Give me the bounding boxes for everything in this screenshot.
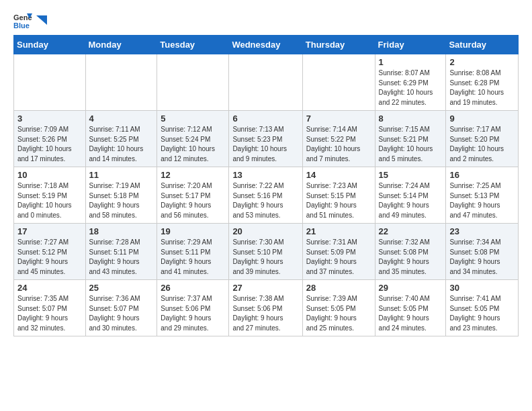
day-info: Sunrise: 7:39 AM Sunset: 5:05 PM Dayligh… [306,294,371,333]
day-number: 2 [449,57,515,67]
day-cell: 8Sunrise: 7:15 AM Sunset: 5:21 PM Daylig… [375,111,446,167]
weekday-header-wednesday: Wednesday [229,36,302,54]
day-cell [229,54,302,111]
day-cell: 17Sunrise: 7:27 AM Sunset: 5:12 PM Dayli… [14,224,86,280]
weekday-header-friday: Friday [375,36,446,54]
day-number: 28 [306,283,371,293]
day-cell: 25Sunrise: 7:36 AM Sunset: 5:07 PM Dayli… [85,280,157,336]
day-number: 19 [161,226,225,236]
day-number: 16 [449,170,515,180]
day-info: Sunrise: 7:25 AM Sunset: 5:13 PM Dayligh… [449,181,515,220]
page-header: General Blue [13,11,519,30]
day-cell: 9Sunrise: 7:17 AM Sunset: 5:20 PM Daylig… [446,111,519,167]
day-number: 17 [17,226,82,236]
day-cell [302,54,375,111]
day-info: Sunrise: 7:20 AM Sunset: 5:17 PM Dayligh… [161,181,225,220]
day-info: Sunrise: 7:17 AM Sunset: 5:20 PM Dayligh… [449,125,515,164]
day-cell: 20Sunrise: 7:30 AM Sunset: 5:10 PM Dayli… [229,224,302,280]
day-number: 21 [306,226,371,236]
day-info: Sunrise: 7:19 AM Sunset: 5:18 PM Dayligh… [89,181,154,220]
day-info: Sunrise: 7:38 AM Sunset: 5:06 PM Dayligh… [232,294,298,333]
week-row-4: 17Sunrise: 7:27 AM Sunset: 5:12 PM Dayli… [14,224,519,280]
svg-marker-3 [36,15,47,25]
day-cell: 28Sunrise: 7:39 AM Sunset: 5:05 PM Dayli… [302,280,375,336]
day-info: Sunrise: 7:24 AM Sunset: 5:14 PM Dayligh… [379,181,443,220]
weekday-header-tuesday: Tuesday [157,36,229,54]
day-cell: 10Sunrise: 7:18 AM Sunset: 5:19 PM Dayli… [14,167,86,224]
day-info: Sunrise: 7:11 AM Sunset: 5:25 PM Dayligh… [89,125,154,164]
day-info: Sunrise: 7:23 AM Sunset: 5:15 PM Dayligh… [306,181,371,220]
day-info: Sunrise: 7:34 AM Sunset: 5:08 PM Dayligh… [449,238,515,277]
weekday-header-thursday: Thursday [302,36,375,54]
calendar-table: SundayMondayTuesdayWednesdayThursdayFrid… [13,35,519,336]
day-number: 3 [17,113,82,124]
day-cell: 23Sunrise: 7:34 AM Sunset: 5:08 PM Dayli… [446,224,519,280]
day-number: 24 [17,283,82,293]
day-cell: 2Sunrise: 8:08 AM Sunset: 6:28 PM Daylig… [446,54,519,111]
day-number: 1 [379,57,443,67]
day-number: 23 [449,226,515,236]
day-info: Sunrise: 7:27 AM Sunset: 5:12 PM Dayligh… [17,238,82,277]
day-number: 29 [379,283,443,293]
day-cell: 5Sunrise: 7:12 AM Sunset: 5:24 PM Daylig… [157,111,229,167]
day-info: Sunrise: 7:32 AM Sunset: 5:08 PM Dayligh… [379,238,443,277]
day-cell: 13Sunrise: 7:22 AM Sunset: 5:16 PM Dayli… [229,167,302,224]
weekday-header-row: SundayMondayTuesdayWednesdayThursdayFrid… [14,36,519,54]
day-cell: 22Sunrise: 7:32 AM Sunset: 5:08 PM Dayli… [375,224,446,280]
day-cell: 18Sunrise: 7:28 AM Sunset: 5:11 PM Dayli… [85,224,157,280]
day-number: 6 [232,113,298,124]
day-number: 22 [379,226,443,236]
week-row-2: 3Sunrise: 7:09 AM Sunset: 5:26 PM Daylig… [14,111,519,167]
weekday-header-sunday: Sunday [14,36,86,54]
weekday-header-saturday: Saturday [446,36,519,54]
day-info: Sunrise: 7:12 AM Sunset: 5:24 PM Dayligh… [161,125,225,164]
day-cell: 12Sunrise: 7:20 AM Sunset: 5:17 PM Dayli… [157,167,229,224]
day-number: 25 [89,283,154,293]
day-cell: 16Sunrise: 7:25 AM Sunset: 5:13 PM Dayli… [446,167,519,224]
day-info: Sunrise: 8:07 AM Sunset: 6:29 PM Dayligh… [379,68,443,107]
svg-text:Blue: Blue [13,21,30,30]
day-info: Sunrise: 7:40 AM Sunset: 5:05 PM Dayligh… [379,294,443,333]
logo-arrow-icon [36,15,47,25]
day-cell [14,54,86,111]
day-info: Sunrise: 7:30 AM Sunset: 5:10 PM Dayligh… [232,238,298,277]
day-cell: 19Sunrise: 7:29 AM Sunset: 5:11 PM Dayli… [157,224,229,280]
day-info: Sunrise: 7:41 AM Sunset: 5:05 PM Dayligh… [449,294,515,333]
day-info: Sunrise: 7:37 AM Sunset: 5:06 PM Dayligh… [161,294,225,333]
day-cell: 3Sunrise: 7:09 AM Sunset: 5:26 PM Daylig… [14,111,86,167]
week-row-1: 1Sunrise: 8:07 AM Sunset: 6:29 PM Daylig… [14,54,519,111]
day-number: 7 [306,113,371,124]
day-number: 15 [379,170,443,180]
day-info: Sunrise: 7:28 AM Sunset: 5:11 PM Dayligh… [89,238,154,277]
day-info: Sunrise: 7:13 AM Sunset: 5:23 PM Dayligh… [232,125,298,164]
day-number: 8 [379,113,443,124]
day-info: Sunrise: 7:14 AM Sunset: 5:22 PM Dayligh… [306,125,371,164]
logo-icon: General Blue [13,11,32,30]
week-row-5: 24Sunrise: 7:35 AM Sunset: 5:07 PM Dayli… [14,280,519,336]
day-number: 27 [232,283,298,293]
week-row-3: 10Sunrise: 7:18 AM Sunset: 5:19 PM Dayli… [14,167,519,224]
weekday-header-monday: Monday [85,36,157,54]
day-cell [157,54,229,111]
day-cell: 21Sunrise: 7:31 AM Sunset: 5:09 PM Dayli… [302,224,375,280]
day-number: 14 [306,170,371,180]
day-cell: 11Sunrise: 7:19 AM Sunset: 5:18 PM Dayli… [85,167,157,224]
day-info: Sunrise: 7:22 AM Sunset: 5:16 PM Dayligh… [232,181,298,220]
day-number: 4 [89,113,154,124]
day-cell: 24Sunrise: 7:35 AM Sunset: 5:07 PM Dayli… [14,280,86,336]
logo: General Blue [13,11,47,30]
day-cell: 4Sunrise: 7:11 AM Sunset: 5:25 PM Daylig… [85,111,157,167]
day-cell: 14Sunrise: 7:23 AM Sunset: 5:15 PM Dayli… [302,167,375,224]
day-number: 11 [89,170,154,180]
day-cell: 7Sunrise: 7:14 AM Sunset: 5:22 PM Daylig… [302,111,375,167]
day-cell: 30Sunrise: 7:41 AM Sunset: 5:05 PM Dayli… [446,280,519,336]
day-info: Sunrise: 8:08 AM Sunset: 6:28 PM Dayligh… [449,68,515,107]
day-number: 30 [449,283,515,293]
day-number: 9 [449,113,515,124]
day-info: Sunrise: 7:09 AM Sunset: 5:26 PM Dayligh… [17,125,82,164]
day-info: Sunrise: 7:29 AM Sunset: 5:11 PM Dayligh… [161,238,225,277]
day-info: Sunrise: 7:15 AM Sunset: 5:21 PM Dayligh… [379,125,443,164]
day-cell: 15Sunrise: 7:24 AM Sunset: 5:14 PM Dayli… [375,167,446,224]
day-info: Sunrise: 7:36 AM Sunset: 5:07 PM Dayligh… [89,294,154,333]
day-number: 10 [17,170,82,180]
